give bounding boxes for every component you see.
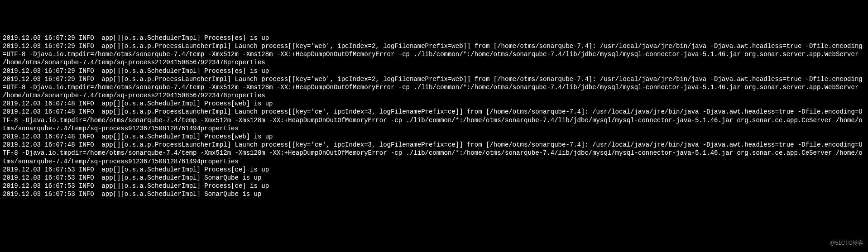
log-line: 2019.12.03 16:07:53 INFO app[][o.s.a.Sch… <box>3 190 865 198</box>
log-line: 2019.12.03 16:07:29 INFO app[][o.s.a.Sch… <box>3 34 865 42</box>
log-line: 2019.12.03 16:07:53 INFO app[][o.s.a.Sch… <box>3 182 865 190</box>
log-line: 2019.12.03 16:07:29 INFO app[][o.s.a.Sch… <box>3 67 865 75</box>
log-line: 2019.12.03 16:07:48 INFO app[][o.s.a.p.P… <box>3 141 865 166</box>
log-line: 2019.12.03 16:07:48 INFO app[][o.s.a.p.P… <box>3 108 865 133</box>
log-line: 2019.12.03 16:07:48 INFO app[][o.s.a.Sch… <box>3 100 865 108</box>
log-line: 2019.12.03 16:07:29 INFO app[][o.s.a.p.P… <box>3 75 865 100</box>
log-line: 2019.12.03 16:07:53 INFO app[][o.s.a.Sch… <box>3 174 865 182</box>
watermark-text: @51CTO博客 <box>830 240 863 247</box>
log-line: 2019.12.03 16:07:48 INFO app[][o.s.a.Sch… <box>3 133 865 141</box>
terminal-output[interactable]: 2019.12.03 16:07:29 INFO app[][o.s.a.Sch… <box>3 34 865 199</box>
log-line: 2019.12.03 16:07:29 INFO app[][o.s.a.p.P… <box>3 42 865 67</box>
log-line: 2019.12.03 16:07:53 INFO app[][o.s.a.Sch… <box>3 166 865 174</box>
